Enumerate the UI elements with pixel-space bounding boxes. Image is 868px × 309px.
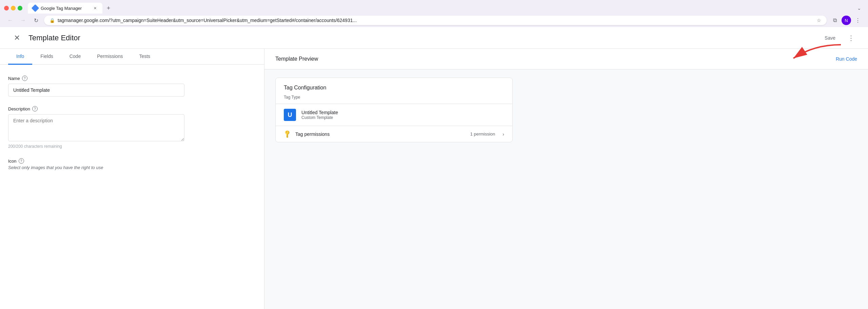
save-button[interactable]: Save xyxy=(819,33,841,43)
tag-type-item[interactable]: U Untitled Template Custom Template xyxy=(276,104,512,126)
name-section: Name ? xyxy=(8,76,256,97)
extensions-button[interactable]: ⧉ xyxy=(830,16,840,25)
right-panel: Template Preview Run Code Tag Configurat… xyxy=(264,49,868,309)
app-header: ✕ Template Editor Save ⋮ xyxy=(0,27,868,49)
chevron-right-icon: › xyxy=(502,131,504,137)
permissions-count: 1 permission xyxy=(470,131,495,137)
back-button[interactable]: ← xyxy=(5,16,15,25)
key-icon: 🔑 xyxy=(282,129,292,139)
url-text: tagmanager.google.com/?utm_campaign=Suit… xyxy=(58,18,814,23)
tab-title: Google Tag Manager xyxy=(41,6,82,11)
user-avatar[interactable]: N xyxy=(842,16,851,25)
description-label: Description ? xyxy=(8,106,256,111)
name-input[interactable] xyxy=(8,84,184,97)
tag-info: Untitled Template Custom Template xyxy=(301,110,338,120)
close-traffic-light[interactable] xyxy=(4,6,9,11)
new-tab-button[interactable]: + xyxy=(104,3,113,13)
tag-sub: Custom Template xyxy=(301,115,338,120)
icon-label: Icon ? xyxy=(8,158,256,164)
tag-type-label: Tag Type xyxy=(276,95,512,104)
form-area: Name ? Description ? 200/200 characters … xyxy=(0,65,264,309)
tab-permissions[interactable]: Permissions xyxy=(89,49,131,65)
more-options-button[interactable]: ⋮ xyxy=(845,32,857,44)
tab-fields[interactable]: Fields xyxy=(32,49,61,65)
tab-tests[interactable]: Tests xyxy=(131,49,158,65)
left-panel: Info Fields Code Permissions Tests Name … xyxy=(0,49,264,309)
close-editor-button[interactable]: ✕ xyxy=(11,32,23,44)
char-count: 200/200 characters remaining xyxy=(8,144,256,149)
template-preview-title: Template Preview xyxy=(275,56,318,62)
collapse-button[interactable]: ⌄ xyxy=(854,3,864,13)
right-panel-header: Template Preview Run Code xyxy=(264,49,868,69)
description-section: Description ? 200/200 characters remaini… xyxy=(8,106,256,149)
run-code-button[interactable]: Run Code xyxy=(836,54,857,64)
description-help-icon[interactable]: ? xyxy=(32,106,38,111)
address-bar[interactable]: 🔒 tagmanager.google.com/?utm_campaign=Su… xyxy=(44,16,827,25)
minimize-traffic-light[interactable] xyxy=(11,6,16,11)
description-input[interactable] xyxy=(8,114,184,141)
header-actions: Save ⋮ xyxy=(819,32,857,44)
traffic-lights xyxy=(4,6,22,11)
browser-actions: ⧉ N ⋮ xyxy=(830,16,863,25)
tab-code[interactable]: Code xyxy=(61,49,89,65)
fullscreen-traffic-light[interactable] xyxy=(18,6,22,11)
page-title: Template Editor xyxy=(28,34,80,42)
name-help-icon[interactable]: ? xyxy=(22,76,27,81)
lock-icon: 🔒 xyxy=(50,18,55,23)
icon-help-icon[interactable]: ? xyxy=(19,158,24,164)
gtm-favicon xyxy=(32,4,39,12)
tag-config-card: Tag Configuration Tag Type U Untitled Te… xyxy=(275,78,513,142)
permissions-row[interactable]: 🔑 Tag permissions 1 permission › xyxy=(276,126,512,142)
refresh-button[interactable]: ↻ xyxy=(31,16,41,25)
tag-icon: U xyxy=(284,109,296,121)
tag-name: Untitled Template xyxy=(301,110,338,115)
icon-hint: Select only images that you have the rig… xyxy=(8,165,256,170)
tab-close-button[interactable]: ✕ xyxy=(92,5,98,11)
tabs-bar: Info Fields Code Permissions Tests xyxy=(0,49,264,65)
tab-info[interactable]: Info xyxy=(8,49,32,65)
forward-button[interactable]: → xyxy=(18,16,28,25)
icon-section: Icon ? Select only images that you have … xyxy=(8,158,256,170)
browser-menu-button[interactable]: ⋮ xyxy=(853,16,863,25)
permissions-label: Tag permissions xyxy=(295,131,466,137)
name-label: Name ? xyxy=(8,76,256,81)
active-tab[interactable]: Google Tag Manager ✕ xyxy=(28,3,102,14)
preview-content: Tag Configuration Tag Type U Untitled Te… xyxy=(264,69,868,309)
bookmark-icon[interactable]: ☆ xyxy=(817,18,821,23)
tag-config-header: Tag Configuration xyxy=(276,78,512,95)
